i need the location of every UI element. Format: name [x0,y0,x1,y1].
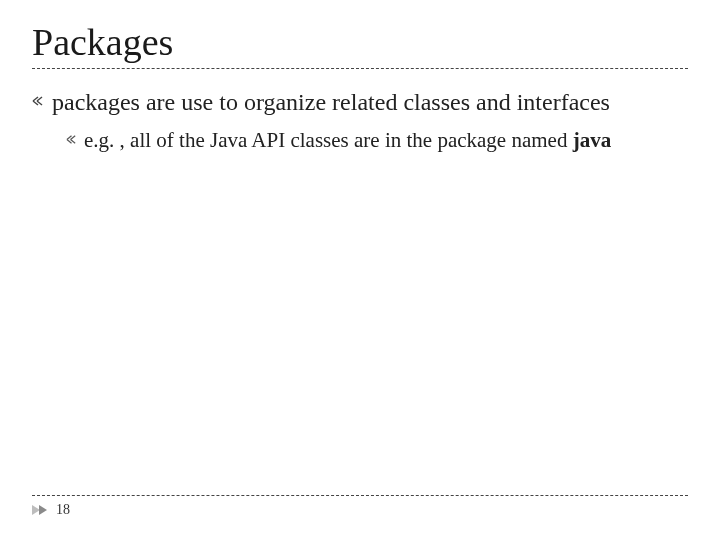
title-divider [32,68,688,69]
slide: Packages packages are use to organize re… [0,0,720,540]
svg-marker-8 [32,505,40,515]
triangle-decorator-icon [32,504,50,516]
footer-divider [32,495,688,496]
subbullet-icon [66,134,84,147]
sub-bullet-plain: e.g. , all of the Java API classes are i… [84,128,573,152]
sub-bullet-bold: java [573,128,612,152]
bullet-icon [32,95,52,109]
bullet-text: packages are use to organize related cla… [52,87,610,117]
sub-bullet-item: e.g. , all of the Java API classes are i… [66,127,688,154]
slide-footer: 18 [32,495,688,518]
page-number: 18 [56,502,70,518]
footer-row: 18 [32,502,688,518]
sub-bullet-text: e.g. , all of the Java API classes are i… [84,127,611,154]
page-title: Packages [32,20,688,64]
svg-marker-9 [39,505,47,515]
bullet-item: packages are use to organize related cla… [32,87,688,117]
